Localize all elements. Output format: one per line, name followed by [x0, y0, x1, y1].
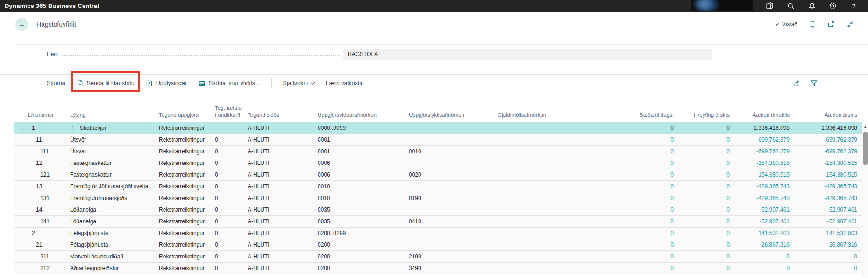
cell-aetlun-arsins[interactable]: 141.532.803	[793, 230, 861, 236]
cell-line-no[interactable]: 211	[28, 253, 70, 260]
cell-teg-faerslu[interactable]: 0	[215, 195, 248, 201]
cell-aetlun-arsins[interactable]: -52.907.461	[793, 218, 861, 225]
cell-tegund-sjods[interactable]: A-HLUTI	[248, 265, 318, 271]
cell-hreyfing-arsins[interactable]: 0	[677, 160, 733, 166]
cell-line-no[interactable]: 141	[28, 218, 70, 225]
column-header-tegund_uppgjors[interactable]: Tegund uppgjörs	[159, 112, 215, 122]
cell-lykilsafmorkun[interactable]: 0190	[409, 195, 498, 201]
table-row[interactable]: 21FélagsþjónustaRekstrarreikningur0A-HLU…	[14, 239, 862, 251]
cell-viddarafmorkun[interactable]: 0200	[318, 253, 409, 260]
cell-aetlun-timabils[interactable]: -699.762.379	[733, 136, 793, 143]
filter-icon[interactable]	[810, 79, 818, 87]
column-header-tegund_sjods[interactable]: Tegund sjóðs	[248, 112, 318, 122]
cell-teg-faerslu[interactable]: 0	[215, 230, 248, 236]
cell-stada-til-dags[interactable]: 0	[603, 183, 677, 190]
cell-aetlun-timabils[interactable]: 0	[733, 253, 793, 260]
row-menu-icon[interactable]: ⋮	[70, 125, 76, 131]
cell-viddarafmorkun[interactable]: 0035	[318, 218, 409, 225]
cell-teg-faerslu[interactable]: 0	[215, 183, 248, 190]
cell-tegund-uppgjors[interactable]: Rekstrarreikningur	[159, 160, 215, 166]
cell-viddarafmorkun[interactable]: 0001	[318, 136, 409, 143]
name-field-input[interactable]: HAGSTOFA	[343, 49, 712, 60]
cell-line-no[interactable]: 13	[28, 183, 70, 190]
cell-viddarafmorkun[interactable]: 0001	[318, 148, 409, 155]
cell-hreyfing-arsins[interactable]: 0	[677, 125, 733, 131]
cell-tegund-uppgjors[interactable]: Rekstrarreikningur	[159, 242, 215, 248]
cell-tegund-sjods[interactable]: A-HLUTI	[248, 148, 318, 155]
cell-tegund-uppgjors[interactable]: Rekstrarreikningur	[159, 183, 215, 190]
cell-tegund-uppgjors[interactable]: Rekstrarreikningur	[159, 125, 215, 131]
cell-tegund-sjods[interactable]: A-HLUTI	[248, 125, 318, 131]
cell-stada-til-dags[interactable]: 0	[603, 125, 677, 131]
search-icon[interactable]	[780, 0, 801, 12]
table-row[interactable]: 12FasteignaskatturRekstrarreikningur0A-H…	[14, 157, 862, 169]
cell-tegund-sjods[interactable]: A-HLUTI	[248, 230, 318, 236]
cell-line-no[interactable]: 11	[28, 136, 70, 143]
back-button[interactable]: ←	[15, 18, 28, 31]
cell-hreyfing-arsins[interactable]: 0	[677, 148, 733, 155]
cell-line-no[interactable]: 111	[28, 148, 70, 155]
cell-aetlun-timabils[interactable]: -429.365.743	[733, 183, 793, 190]
cell-description[interactable]: Félagsþjónusta	[70, 230, 159, 236]
cell-stada-til-dags[interactable]: 0	[603, 160, 677, 166]
table-row[interactable]: 13Framlög úr Jöfnunarsjóði sveita...Reks…	[14, 181, 862, 192]
cell-tegund-uppgjors[interactable]: Rekstrarreikningur	[159, 253, 215, 260]
cell-lykilsafmorkun[interactable]: 0410	[409, 218, 498, 225]
cell-tegund-sjods[interactable]: A-HLUTI	[248, 160, 318, 166]
column-header-aetlun_timabils[interactable]: Áætlun tímabils	[733, 112, 793, 122]
cell-aetlun-arsins[interactable]: -1.336.416.098	[793, 125, 861, 131]
cell-tegund-uppgjors[interactable]: Rekstrarreikningur	[159, 136, 215, 143]
cell-viddarafmorkun[interactable]: 0035	[318, 207, 409, 213]
cell-viddarafmorkun[interactable]: 0006	[318, 160, 409, 166]
table-row[interactable]: 211Matvæli ósundurliðaðRekstrarreikningu…	[14, 251, 862, 263]
cell-viddarafmorkun[interactable]: 0200	[318, 265, 409, 271]
table-row[interactable]: 2FélagsþjónustaRekstrarreikningur0A-HLUT…	[14, 228, 862, 239]
cell-viddarafmorkun[interactable]: 0000..0099	[318, 125, 409, 131]
vertical-scrollbar[interactable]: ▲	[862, 123, 868, 278]
fewer-options-button[interactable]: Færri valkostir	[326, 80, 363, 86]
cell-hreyfing-arsins[interactable]: 0	[677, 207, 733, 213]
cell-viddarafmorkun[interactable]: 0200..0299	[318, 230, 409, 236]
cell-tegund-uppgjors[interactable]: Rekstrarreikningur	[159, 195, 215, 201]
column-header-gjaldmidils[interactable]: Gjaldmiðilsafmörkun	[498, 112, 603, 122]
cell-stada-til-dags[interactable]: 0	[603, 207, 677, 213]
cell-tegund-sjods[interactable]: A-HLUTI	[248, 183, 318, 190]
cell-aetlun-arsins[interactable]: -429.365.743	[793, 183, 861, 190]
bookmark-icon[interactable]	[809, 21, 816, 28]
cell-aetlun-arsins[interactable]: -699.762.379	[793, 136, 861, 143]
cell-stada-til-dags[interactable]: 0	[603, 218, 677, 225]
cell-tegund-sjods[interactable]: A-HLUTI	[248, 171, 318, 178]
cell-tegund-uppgjors[interactable]: Rekstrarreikningur	[159, 207, 215, 213]
manage-button[interactable]: Stjórna	[47, 80, 65, 86]
table-row[interactable]: 212Aðrar leigugreiðslurRekstrarreikningu…	[14, 263, 862, 274]
cell-line-no[interactable]: 121	[28, 171, 70, 178]
column-header-teg_faerslu[interactable]: Teg. færslu í undirkerfi	[215, 105, 248, 122]
cell-tegund-uppgjors[interactable]: Rekstrarreikningur	[159, 230, 215, 236]
cell-line-no[interactable]: 21	[28, 242, 70, 248]
cell-description[interactable]: Félagsþjónusta	[70, 242, 159, 248]
cell-aetlun-timabils[interactable]: -1.336.416.098	[733, 125, 793, 131]
open-in-new-window-icon[interactable]	[827, 21, 835, 28]
automation-menu-button[interactable]: Sjálfvirkni	[283, 80, 315, 86]
create-overview-lines-button[interactable]: Stofna línur yfirlits...	[198, 80, 260, 87]
cell-description[interactable]: Útsvör	[70, 136, 159, 143]
table-row[interactable]: 111ÚtsvarRekstrarreikningur0A-HLUTI00010…	[14, 146, 862, 157]
column-header-stada[interactable]: Staða til dags.	[603, 112, 677, 122]
settings-gear-icon[interactable]	[822, 0, 843, 12]
cell-tegund-sjods[interactable]: A-HLUTI	[248, 195, 318, 201]
table-row[interactable]: 131Framlög JöfnunarsjóðsRekstrarreikning…	[14, 192, 862, 204]
cell-description[interactable]: Fasteignaskattur	[70, 171, 159, 178]
cell-viddarafmorkun[interactable]: 0010	[318, 183, 409, 190]
cell-viddarafmorkun[interactable]: 0200	[318, 242, 409, 248]
cell-description[interactable]: Framlög Jöfnunarsjóðs	[70, 195, 159, 201]
table-row[interactable]: 11ÚtsvörRekstrarreikningur0A-HLUTI000100…	[14, 134, 862, 146]
cell-tegund-sjods[interactable]: A-HLUTI	[248, 218, 318, 225]
cell-stada-til-dags[interactable]: 0	[603, 136, 677, 143]
cell-teg-faerslu[interactable]: 0	[215, 207, 248, 213]
cell-stada-til-dags[interactable]: 0	[603, 253, 677, 260]
cell-aetlun-arsins[interactable]: -52.907.461	[793, 207, 861, 213]
cell-line-no[interactable]: 131	[28, 195, 70, 201]
column-header-description[interactable]: Lýsing	[70, 112, 159, 122]
cell-tegund-uppgjors[interactable]: Rekstrarreikningur	[159, 265, 215, 271]
cell-tegund-sjods[interactable]: A-HLUTI	[248, 253, 318, 260]
